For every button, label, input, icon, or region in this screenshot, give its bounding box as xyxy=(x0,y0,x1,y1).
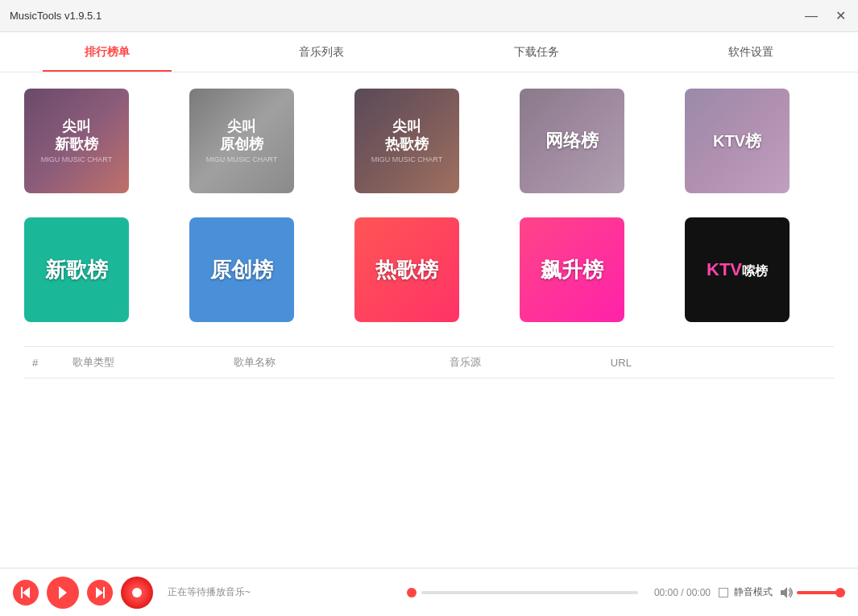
svg-rect-4 xyxy=(103,587,105,598)
chart-card-migu-new[interactable]: 尖叫新歌榜 MIGU MUSIC CHART xyxy=(24,89,129,193)
player-time: 00:00 / 00:00 xyxy=(654,587,711,598)
tab-settings[interactable]: 软件设置 xyxy=(644,32,858,72)
player-progress-bar[interactable] xyxy=(421,591,638,594)
chart-card-migu-hot[interactable]: 尖叫热歌榜 MIGU MUSIC CHART xyxy=(354,89,459,193)
chart-label-migu-new: 尖叫新歌榜 xyxy=(41,118,112,153)
chart-card-ktv[interactable]: KTV榜 xyxy=(685,89,790,193)
chart-card-trending[interactable]: 飙升榜 xyxy=(520,217,624,322)
tab-ranking[interactable]: 排行榜单 xyxy=(0,32,214,72)
title-bar: MusicTools v1.9.5.1 — ✕ xyxy=(0,0,858,32)
app-title: MusicTools v1.9.5.1 xyxy=(10,10,102,22)
main-content: 尖叫新歌榜 MIGU MUSIC CHART 尖叫原创榜 MIGU MUSIC … xyxy=(0,72,858,568)
chart-grid-row2: 新歌榜 原创榜 热歌榜 飙升榜 KTV嗦榜 xyxy=(24,217,834,322)
chart-label-original: 原创榜 xyxy=(210,256,273,284)
player-disc-inner xyxy=(132,588,142,597)
mute-checkbox[interactable] xyxy=(719,588,728,597)
player-progress-container[interactable] xyxy=(407,588,638,597)
col-num: # xyxy=(32,357,73,369)
player-bar: 正在等待播放音乐~ 00:00 / 00:00 静音模式 xyxy=(0,568,858,616)
nav-bar: 排行榜单 音乐列表 下载任务 软件设置 xyxy=(0,32,858,72)
chart-card-new-songs[interactable]: 新歌榜 xyxy=(24,217,129,322)
player-status: 正在等待播放音乐~ xyxy=(168,585,399,599)
prev-button[interactable] xyxy=(13,580,39,606)
window-controls: — ✕ xyxy=(803,8,848,24)
chart-card-original[interactable]: 原创榜 xyxy=(189,217,294,322)
progress-start-dot xyxy=(407,588,417,597)
chart-sub-migu-new: MIGU MUSIC CHART xyxy=(41,155,112,163)
mute-label: 静音模式 xyxy=(734,585,773,599)
prev-icon xyxy=(21,587,31,598)
next-icon xyxy=(95,587,105,598)
volume-icon xyxy=(781,587,794,598)
chart-label-network: 网络榜 xyxy=(545,129,599,153)
next-button[interactable] xyxy=(87,580,113,606)
chart-label-ktv: KTV榜 xyxy=(713,130,761,152)
svg-marker-2 xyxy=(59,586,67,599)
play-button[interactable] xyxy=(47,577,79,609)
chart-label-hot-songs: 热歌榜 xyxy=(375,256,438,284)
player-volume-bar[interactable] xyxy=(797,591,845,594)
chart-sub-migu-hot: MIGU MUSIC CHART xyxy=(371,155,442,163)
chart-card-ktv-sing[interactable]: KTV嗦榜 xyxy=(685,217,790,322)
close-button[interactable]: ✕ xyxy=(832,8,848,24)
chart-grid-row1: 尖叫新歌榜 MIGU MUSIC CHART 尖叫原创榜 MIGU MUSIC … xyxy=(24,89,834,193)
chart-label-migu-original: 尖叫原创榜 xyxy=(206,118,277,153)
col-name: 歌单名称 xyxy=(234,355,449,370)
chart-label-migu-hot: 尖叫热歌榜 xyxy=(371,118,442,153)
chart-label-trending: 飙升榜 xyxy=(541,256,603,284)
chart-card-hot-songs[interactable]: 热歌榜 xyxy=(354,217,459,322)
svg-marker-3 xyxy=(96,587,103,598)
player-mute-control[interactable]: 静音模式 xyxy=(719,585,845,599)
volume-handle[interactable] xyxy=(835,588,845,597)
player-disc xyxy=(121,577,153,609)
col-source: 音乐源 xyxy=(450,355,611,370)
chart-card-migu-original[interactable]: 尖叫原创榜 MIGU MUSIC CHART xyxy=(189,89,294,193)
minimize-button[interactable]: — xyxy=(803,8,819,24)
chart-card-network[interactable]: 网络榜 xyxy=(520,89,624,193)
play-icon xyxy=(56,586,69,599)
tab-download[interactable]: 下载任务 xyxy=(429,32,644,72)
svg-rect-1 xyxy=(21,587,23,598)
chart-label-ktv-sing: KTV xyxy=(707,259,742,279)
col-url: URL xyxy=(611,357,826,369)
col-type: 歌单类型 xyxy=(73,355,234,370)
chart-sub-migu-original: MIGU MUSIC CHART xyxy=(206,155,277,163)
table-header: # 歌单类型 歌单名称 音乐源 URL xyxy=(24,346,834,378)
svg-marker-5 xyxy=(781,587,787,598)
tab-music-list[interactable]: 音乐列表 xyxy=(214,32,429,72)
chart-label-new-songs: 新歌榜 xyxy=(45,256,108,284)
svg-marker-0 xyxy=(23,587,30,598)
